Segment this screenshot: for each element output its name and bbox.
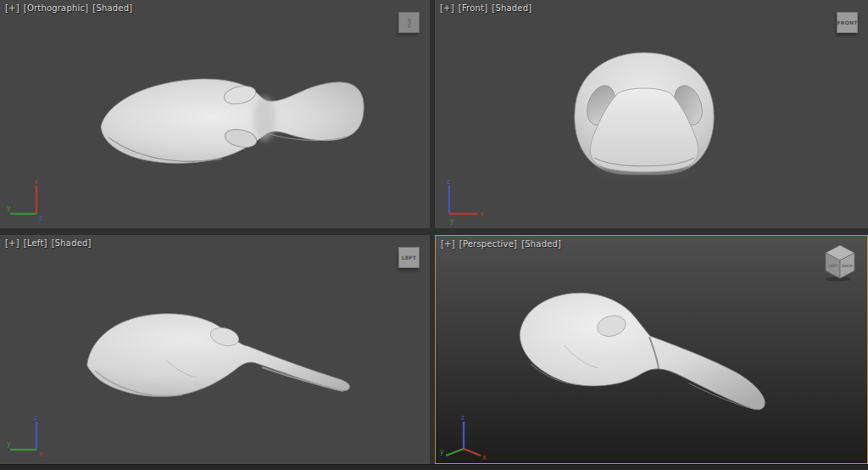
viewport-menu-button[interactable]: [+] [5, 238, 19, 248]
axis-label-z: z [461, 414, 465, 422]
world-axis-gizmo: z y x [3, 412, 53, 462]
viewport-label-bar: [+] [Orthographic] [Shaded] [5, 3, 132, 13]
viewcube-face-label: FRONT [837, 20, 858, 25]
axis-label-y: y [440, 448, 444, 456]
axis-label-y: y [450, 217, 454, 225]
duck-head-model-front-view[interactable] [435, 0, 868, 228]
window-bottom-edge [0, 464, 868, 470]
world-axis-gizmo: z y x [438, 411, 489, 461]
viewcube-icon[interactable]: TOP [398, 12, 420, 33]
axis-label-x: x [480, 210, 484, 218]
viewcube-face-label: LEFT [402, 255, 416, 260]
duck-head-model-perspective-view[interactable] [436, 236, 867, 463]
viewport-pov-menu[interactable]: [Perspective] [459, 239, 517, 249]
world-axis-gizmo: z x y [437, 176, 488, 226]
viewcube-icon[interactable]: LEFT BACK [821, 243, 859, 282]
viewcube-face-label: TOP [407, 18, 412, 28]
viewcube-icon[interactable]: FRONT [837, 12, 858, 33]
neck-shading [253, 97, 275, 141]
world-axis-gizmo: x y z [3, 176, 53, 226]
duck-head-model-top-view[interactable] [0, 0, 430, 228]
viewport-label-bar: [+] [Left] [Shaded] [5, 238, 92, 248]
viewport-label-bar: [+] [Front] [Shaded] [440, 3, 531, 13]
viewport-layout: [+] [Orthographic] [Shaded] TOP [0, 0, 868, 470]
viewport-menu-button[interactable]: [+] [440, 3, 454, 13]
viewport-shading-menu[interactable]: [Shaded] [52, 238, 92, 248]
axis-label-z: z [34, 414, 37, 422]
viewport-menu-button[interactable]: [+] [441, 239, 455, 249]
viewport-shading-menu[interactable]: [Shaded] [492, 3, 531, 13]
viewport-label-bar: [+] [Perspective] [Shaded] [441, 239, 561, 249]
axis-label-y: y [7, 204, 11, 212]
viewport-pov-menu[interactable]: [Left] [24, 238, 47, 248]
duck-silhouette-path [520, 293, 765, 410]
viewport-shading-menu[interactable]: [Shaded] [92, 3, 132, 13]
duck-head-model-left-view[interactable] [0, 235, 430, 464]
axis-label-x: x [39, 450, 43, 458]
viewport-pov-menu[interactable]: [Orthographic] [24, 3, 89, 13]
viewcube-icon[interactable]: LEFT [398, 247, 420, 268]
axis-label-z: z [39, 215, 42, 222]
viewport-orthographic[interactable]: [+] [Orthographic] [Shaded] TOP [0, 0, 430, 228]
axis-label-z: z [447, 178, 450, 186]
viewcube-face-label-left: LEFT [828, 264, 837, 268]
viewport-menu-button[interactable]: [+] [5, 3, 19, 13]
axis-label-x: x [482, 454, 487, 461]
viewport-perspective-active[interactable]: [+] [Perspective] [Shaded] LEFT BACK [435, 235, 868, 464]
viewport-left[interactable]: [+] [Left] [Shaded] LEFT z y x [0, 235, 430, 464]
viewport-pov-menu[interactable]: [Front] [459, 3, 488, 13]
axis-label-x: x [34, 178, 38, 186]
viewport-shading-menu[interactable]: [Shaded] [521, 239, 561, 249]
axis-label-y: y [7, 440, 11, 448]
viewcube-face-label-right: BACK [842, 264, 853, 268]
viewport-front[interactable]: [+] [Front] [Shaded] FRONT [435, 0, 868, 228]
duck-silhouette-path [87, 314, 350, 397]
